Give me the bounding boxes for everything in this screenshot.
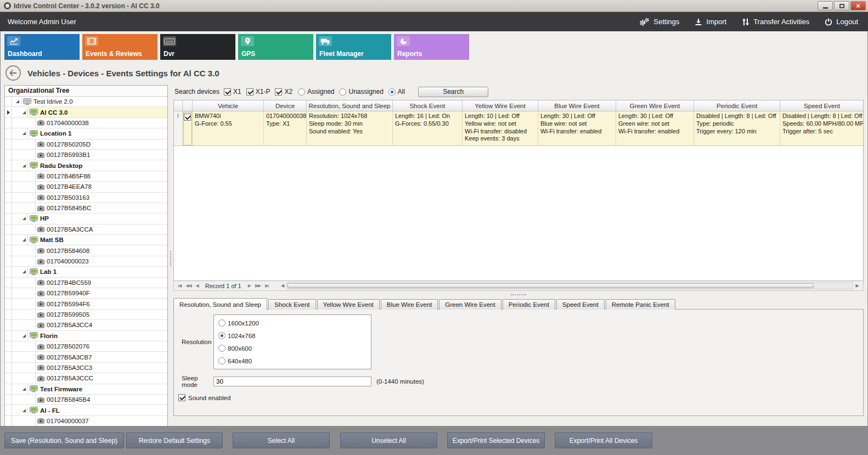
tree-node-florin[interactable]: Florin	[27, 331, 167, 341]
tab-speed-event[interactable]: Speed Event	[556, 299, 605, 310]
resolution-option-1024x768[interactable]: 1024x768	[218, 332, 371, 339]
sleep-mode-input[interactable]	[213, 377, 371, 386]
nav-tile-events-reviews[interactable]: Events & Reviews	[82, 34, 157, 60]
search-button[interactable]: Search	[418, 87, 488, 97]
column-header-shock-event[interactable]: Shock Event	[393, 100, 463, 111]
tab-yellow-wire-event[interactable]: Yellow Wire Event	[317, 299, 380, 310]
maximize-button[interactable]	[834, 1, 849, 10]
filter-unassigned[interactable]: Unassigned	[339, 88, 383, 96]
tree-device-017040000038[interactable]: 017040000038	[35, 118, 167, 128]
tree-node-lab-1[interactable]: Lab 1	[27, 267, 167, 277]
expand-collapse-icon[interactable]	[22, 132, 26, 135]
top-action-import[interactable]: Import	[695, 18, 726, 26]
expand-collapse-icon[interactable]	[22, 409, 26, 412]
tree-device-00127B5A3CB7[interactable]: 00127B5A3CB7	[35, 352, 167, 362]
prev-record-icon[interactable]: ◀	[194, 283, 201, 288]
expand-collapse-icon[interactable]	[22, 238, 26, 241]
sound-enabled-checkbox[interactable]	[178, 394, 185, 401]
tab-blue-wire-event[interactable]: Blue Wire Event	[381, 299, 438, 310]
radio-800x600[interactable]	[218, 345, 226, 352]
tree-device-00127B5A3CCC[interactable]: 00127B5A3CCC	[35, 373, 167, 383]
button-export-print-all-devices[interactable]: Export/Print All Devices	[555, 432, 652, 448]
checkbox-x1[interactable]	[224, 88, 231, 96]
back-button[interactable]	[5, 65, 21, 81]
tree-node-test-firmware[interactable]: Test Firmware	[27, 384, 167, 394]
expand-collapse-icon[interactable]	[22, 111, 26, 114]
radio-1024x768[interactable]	[218, 332, 226, 339]
tree-device-00127B584608[interactable]: 00127B584608	[35, 245, 167, 255]
expand-collapse-icon[interactable]	[22, 270, 26, 273]
next-page-icon[interactable]: ▶▶	[253, 283, 263, 288]
tree-device-00127B5994F6[interactable]: 00127B5994F6	[35, 299, 167, 308]
top-action-transfer-activities[interactable]: Transfer Activities	[742, 18, 809, 26]
close-button[interactable]: ×	[850, 1, 866, 10]
grid-cell-shock-event[interactable]: Length: 16 | Led: On G-Forces: 0.55/0.30	[393, 111, 463, 146]
tree-device-00127B5A3CC3[interactable]: 00127B5A3CC3	[35, 363, 167, 373]
tree-main-splitter[interactable]	[168, 85, 173, 432]
column-header-resolution-sound-and-sleep[interactable]: Resolution, Sound and Sleep	[307, 100, 393, 111]
minimize-button[interactable]	[818, 1, 833, 10]
filter-x1-p[interactable]: X1-P	[246, 88, 270, 96]
scrollbar-thumb[interactable]	[288, 283, 813, 288]
tree-device-00127B5845B4[interactable]: 00127B5845B4	[35, 395, 167, 405]
tree-node-al-cc-3-0[interactable]: Al CC 3.0	[27, 107, 167, 117]
tree-device-00127B599505[interactable]: 00127B599505	[35, 310, 167, 319]
top-action-settings[interactable]: Settings	[639, 18, 679, 26]
tree-device-00127B5993B1[interactable]: 00127B5993B1	[35, 150, 167, 160]
tree-device-00127B5845BC[interactable]: 00127B5845BC	[35, 203, 167, 213]
tree-node-hp[interactable]: HP	[27, 214, 167, 223]
grid-cell-device[interactable]: 017040000038 Type: X1	[264, 111, 307, 146]
nav-tile-gps[interactable]: GPS	[238, 34, 313, 60]
grid-cell-yellow-wire-event[interactable]: Length: 10 | Led: Off Yellow wire: not s…	[463, 111, 538, 146]
nav-tile-dvr[interactable]: DVRDvr	[160, 34, 235, 60]
tab-green-wire-event[interactable]: Green Wire Event	[439, 299, 501, 310]
column-header-speed-event[interactable]: Speed Event	[780, 100, 864, 111]
grid-cell-resolution-sound-and-sleep[interactable]: Resolution: 1024x768 Sleep mode: 30 min …	[307, 111, 393, 146]
radio-1600x1200[interactable]	[218, 319, 226, 327]
resolution-option-800x600[interactable]: 800x600	[218, 345, 371, 352]
filter-all[interactable]: All	[388, 88, 405, 96]
grid-row[interactable]: IBMW740i G-Force: 0.55017040000038 Type:…	[174, 111, 863, 146]
tree-device-017040000037[interactable]: 017040000037	[35, 416, 167, 426]
resolution-option-1600x1200[interactable]: 1600x1200	[218, 319, 371, 327]
button-restore-default-settings[interactable]: Restore Default Settings	[126, 432, 223, 448]
tree-node-radu-desktop[interactable]: Radu Desktop	[27, 160, 167, 170]
radio-all[interactable]	[388, 88, 396, 96]
tree-device-00127B50205D[interactable]: 00127B50205D	[35, 139, 167, 149]
button-save-resolution-sound-and-sleep[interactable]: Save (Resolution, Sound and Sleep)	[4, 432, 124, 448]
row-select-checkbox[interactable]	[184, 114, 191, 121]
tab-resolution-sound-and-sleep[interactable]: Resolution, Sound and Sleep	[173, 298, 267, 310]
sound-enabled-row[interactable]: Sound enabled	[178, 394, 863, 401]
tab-periodic-event[interactable]: Periodic Event	[503, 299, 555, 310]
top-action-logout[interactable]: Logout	[825, 18, 858, 26]
expand-collapse-icon[interactable]	[16, 100, 19, 103]
tree-device-00127B502076[interactable]: 00127B502076	[35, 341, 167, 351]
scroll-right-icon[interactable]: ▶	[853, 283, 861, 288]
nav-tile-fleet-manager[interactable]: Fleet Manager	[316, 34, 391, 60]
first-record-icon[interactable]: |◀	[176, 283, 183, 288]
nav-tile-dashboard[interactable]: Dashboard	[4, 34, 80, 60]
tree-node-al-fl[interactable]: Al - FL	[27, 405, 167, 415]
tree-device-00127B5A3CC4[interactable]: 00127B5A3CC4	[35, 320, 167, 330]
grid-cell-green-wire-event[interactable]: Length: 30 | Led: Off Green wire: not se…	[616, 111, 694, 146]
scroll-left-icon[interactable]: ◀	[278, 283, 286, 288]
resolution-option-640x480[interactable]: 640x480	[218, 357, 371, 364]
grid-cell-periodic-event[interactable]: Disabled | Length: 8 | Led: Off Type: pe…	[694, 111, 780, 146]
tab-shock-event[interactable]: Shock Event	[268, 299, 316, 310]
tree-device-00127B4B5F88[interactable]: 00127B4B5F88	[35, 171, 167, 181]
column-header-periodic-event[interactable]: Periodic Event	[694, 100, 780, 111]
column-header-yellow-wire-event[interactable]: Yellow Wire Event	[463, 100, 538, 111]
filter-assigned[interactable]: Assigned	[298, 88, 334, 96]
filter-x2[interactable]: X2	[275, 88, 292, 96]
filter-x1[interactable]: X1	[224, 88, 241, 96]
tab-remote-panic-event[interactable]: Remote Panic Event	[606, 299, 675, 310]
next-record-icon[interactable]: ▶	[246, 283, 253, 288]
button-unselect-all[interactable]: Unselect All	[340, 432, 437, 448]
tree-device-00127B503163[interactable]: 00127B503163	[35, 193, 167, 203]
grid-cell-speed-event[interactable]: Disabled | Length: 8 | Led: Off Speeds: …	[780, 111, 864, 146]
tree-device-00127B4EEA78[interactable]: 00127B4EEA78	[35, 182, 167, 192]
grid-settings-splitter[interactable]	[173, 291, 864, 297]
radio-assigned[interactable]	[298, 88, 305, 96]
column-header-device[interactable]: Device	[264, 100, 307, 111]
grid-cell-blue-wire-event[interactable]: Length: 30 | Led: Off Blue wire: not set…	[538, 111, 616, 146]
